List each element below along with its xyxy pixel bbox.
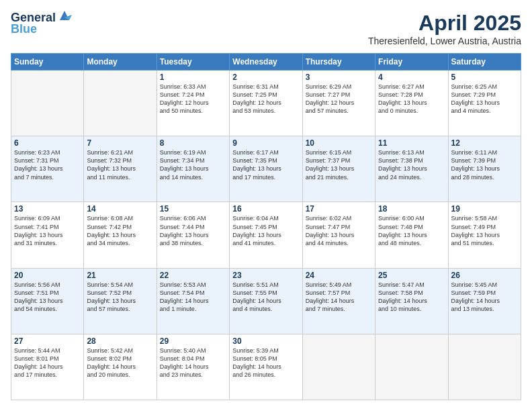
- title-block: April 2025 Theresienfeld, Lower Austria,…: [368, 11, 521, 46]
- calendar-cell: 16Sunrise: 6:04 AMSunset: 7:45 PMDayligh…: [230, 202, 302, 268]
- calendar-cell: 13Sunrise: 6:09 AMSunset: 7:41 PMDayligh…: [11, 202, 84, 268]
- day-info: Sunrise: 6:19 AMSunset: 7:34 PMDaylight:…: [160, 148, 226, 181]
- day-number: 19: [451, 204, 518, 214]
- day-number: 30: [232, 336, 299, 346]
- day-number: 23: [232, 271, 299, 280]
- calendar-cell: 24Sunrise: 5:49 AMSunset: 7:57 PMDayligh…: [302, 268, 375, 334]
- day-info: Sunrise: 6:29 AMSunset: 7:27 PMDaylight:…: [306, 83, 372, 116]
- day-number: 3: [306, 73, 372, 82]
- day-number: 14: [87, 204, 153, 214]
- calendar-cell: 18Sunrise: 6:00 AMSunset: 7:48 PMDayligh…: [375, 202, 448, 268]
- calendar-cell: 10Sunrise: 6:15 AMSunset: 7:37 PMDayligh…: [302, 136, 375, 202]
- day-number: 8: [160, 138, 226, 148]
- calendar-cell: [302, 334, 375, 400]
- calendar-cell: [375, 334, 448, 400]
- day-info: Sunrise: 6:04 AMSunset: 7:45 PMDaylight:…: [232, 214, 299, 247]
- calendar-cell: 25Sunrise: 5:47 AMSunset: 7:58 PMDayligh…: [375, 268, 448, 334]
- calendar-week-1: 1Sunrise: 6:33 AMSunset: 7:24 PMDaylight…: [11, 71, 521, 136]
- calendar-cell: 7Sunrise: 6:21 AMSunset: 7:32 PMDaylight…: [84, 136, 157, 202]
- col-header-monday: Monday: [84, 54, 157, 71]
- calendar-cell: 19Sunrise: 5:58 AMSunset: 7:49 PMDayligh…: [448, 202, 521, 268]
- day-info: Sunrise: 6:25 AMSunset: 7:29 PMDaylight:…: [451, 83, 518, 116]
- day-info: Sunrise: 5:44 AMSunset: 8:01 PMDaylight:…: [14, 347, 81, 379]
- day-info: Sunrise: 6:31 AMSunset: 7:25 PMDaylight:…: [232, 83, 299, 116]
- day-info: Sunrise: 5:40 AMSunset: 8:04 PMDaylight:…: [160, 347, 226, 379]
- day-info: Sunrise: 6:33 AMSunset: 7:24 PMDaylight:…: [160, 83, 226, 116]
- calendar-header-row: SundayMondayTuesdayWednesdayThursdayFrid…: [11, 54, 521, 71]
- day-number: 1: [160, 73, 226, 82]
- calendar-cell: [448, 334, 521, 400]
- day-number: 16: [232, 204, 299, 214]
- calendar-cell: 14Sunrise: 6:08 AMSunset: 7:42 PMDayligh…: [84, 202, 157, 268]
- calendar-cell: 15Sunrise: 6:06 AMSunset: 7:44 PMDayligh…: [157, 202, 229, 268]
- day-info: Sunrise: 5:54 AMSunset: 7:52 PMDaylight:…: [87, 281, 153, 314]
- day-number: 25: [378, 271, 445, 280]
- col-header-tuesday: Tuesday: [157, 54, 229, 71]
- day-number: 5: [451, 73, 518, 82]
- day-info: Sunrise: 5:49 AMSunset: 7:57 PMDaylight:…: [306, 281, 372, 314]
- day-info: Sunrise: 5:51 AMSunset: 7:55 PMDaylight:…: [232, 281, 299, 314]
- calendar-cell: 6Sunrise: 6:23 AMSunset: 7:31 PMDaylight…: [11, 136, 84, 202]
- day-number: 24: [306, 271, 372, 280]
- col-header-saturday: Saturday: [448, 54, 521, 71]
- day-info: Sunrise: 6:00 AMSunset: 7:48 PMDaylight:…: [378, 214, 445, 247]
- calendar-cell: 28Sunrise: 5:42 AMSunset: 8:02 PMDayligh…: [84, 334, 157, 400]
- logo-icon: [57, 8, 72, 23]
- calendar-cell: [84, 71, 157, 136]
- calendar-cell: 11Sunrise: 6:13 AMSunset: 7:38 PMDayligh…: [375, 136, 448, 202]
- calendar-table: SundayMondayTuesdayWednesdayThursdayFrid…: [11, 53, 521, 400]
- day-number: 20: [14, 271, 81, 280]
- day-number: 26: [451, 271, 518, 280]
- calendar-cell: 29Sunrise: 5:40 AMSunset: 8:04 PMDayligh…: [157, 334, 229, 400]
- col-header-sunday: Sunday: [11, 54, 84, 71]
- col-header-thursday: Thursday: [302, 54, 375, 71]
- col-header-friday: Friday: [375, 54, 448, 71]
- calendar-cell: 17Sunrise: 6:02 AMSunset: 7:47 PMDayligh…: [302, 202, 375, 268]
- calendar-cell: 2Sunrise: 6:31 AMSunset: 7:25 PMDaylight…: [230, 71, 302, 136]
- calendar-cell: 27Sunrise: 5:44 AMSunset: 8:01 PMDayligh…: [11, 334, 84, 400]
- day-number: 2: [232, 73, 299, 82]
- day-number: 4: [378, 73, 445, 82]
- day-info: Sunrise: 6:17 AMSunset: 7:35 PMDaylight:…: [232, 148, 299, 181]
- day-info: Sunrise: 6:11 AMSunset: 7:39 PMDaylight:…: [451, 148, 518, 181]
- calendar-week-4: 20Sunrise: 5:56 AMSunset: 7:51 PMDayligh…: [11, 268, 521, 334]
- calendar-cell: [11, 71, 84, 136]
- day-number: 10: [306, 138, 372, 148]
- day-number: 7: [87, 138, 153, 148]
- subtitle: Theresienfeld, Lower Austria, Austria: [368, 36, 521, 46]
- day-number: 17: [306, 204, 372, 214]
- day-number: 12: [451, 138, 518, 148]
- calendar-cell: 22Sunrise: 5:53 AMSunset: 7:54 PMDayligh…: [157, 268, 229, 334]
- day-info: Sunrise: 5:39 AMSunset: 8:05 PMDaylight:…: [232, 347, 299, 379]
- calendar-cell: 9Sunrise: 6:17 AMSunset: 7:35 PMDaylight…: [230, 136, 302, 202]
- day-info: Sunrise: 6:08 AMSunset: 7:42 PMDaylight:…: [87, 214, 153, 247]
- day-info: Sunrise: 5:58 AMSunset: 7:49 PMDaylight:…: [451, 214, 518, 247]
- day-number: 13: [14, 204, 81, 214]
- day-info: Sunrise: 6:23 AMSunset: 7:31 PMDaylight:…: [14, 148, 81, 181]
- day-info: Sunrise: 6:06 AMSunset: 7:44 PMDaylight:…: [160, 214, 226, 247]
- page: General Blue April 2025 Theresienfeld, L…: [0, 0, 532, 411]
- day-info: Sunrise: 5:45 AMSunset: 7:59 PMDaylight:…: [451, 281, 518, 314]
- day-info: Sunrise: 5:56 AMSunset: 7:51 PMDaylight:…: [14, 281, 81, 314]
- calendar-cell: 23Sunrise: 5:51 AMSunset: 7:55 PMDayligh…: [230, 268, 302, 334]
- header: General Blue April 2025 Theresienfeld, L…: [11, 11, 521, 46]
- calendar-cell: 12Sunrise: 6:11 AMSunset: 7:39 PMDayligh…: [448, 136, 521, 202]
- day-info: Sunrise: 6:27 AMSunset: 7:28 PMDaylight:…: [378, 83, 445, 116]
- logo: General Blue: [11, 11, 72, 36]
- day-info: Sunrise: 6:13 AMSunset: 7:38 PMDaylight:…: [378, 148, 445, 181]
- calendar-week-3: 13Sunrise: 6:09 AMSunset: 7:41 PMDayligh…: [11, 202, 521, 268]
- day-info: Sunrise: 6:15 AMSunset: 7:37 PMDaylight:…: [306, 148, 372, 181]
- col-header-wednesday: Wednesday: [230, 54, 302, 71]
- day-number: 21: [87, 271, 153, 280]
- calendar-cell: 30Sunrise: 5:39 AMSunset: 8:05 PMDayligh…: [230, 334, 302, 400]
- day-number: 22: [160, 271, 226, 280]
- calendar-cell: 4Sunrise: 6:27 AMSunset: 7:28 PMDaylight…: [375, 71, 448, 136]
- calendar-cell: 3Sunrise: 6:29 AMSunset: 7:27 PMDaylight…: [302, 71, 375, 136]
- day-number: 11: [378, 138, 445, 148]
- day-info: Sunrise: 5:47 AMSunset: 7:58 PMDaylight:…: [378, 281, 445, 314]
- calendar-cell: 5Sunrise: 6:25 AMSunset: 7:29 PMDaylight…: [448, 71, 521, 136]
- day-number: 9: [232, 138, 299, 148]
- calendar-cell: 1Sunrise: 6:33 AMSunset: 7:24 PMDaylight…: [157, 71, 229, 136]
- day-info: Sunrise: 6:21 AMSunset: 7:32 PMDaylight:…: [87, 148, 153, 181]
- calendar-cell: 8Sunrise: 6:19 AMSunset: 7:34 PMDaylight…: [157, 136, 229, 202]
